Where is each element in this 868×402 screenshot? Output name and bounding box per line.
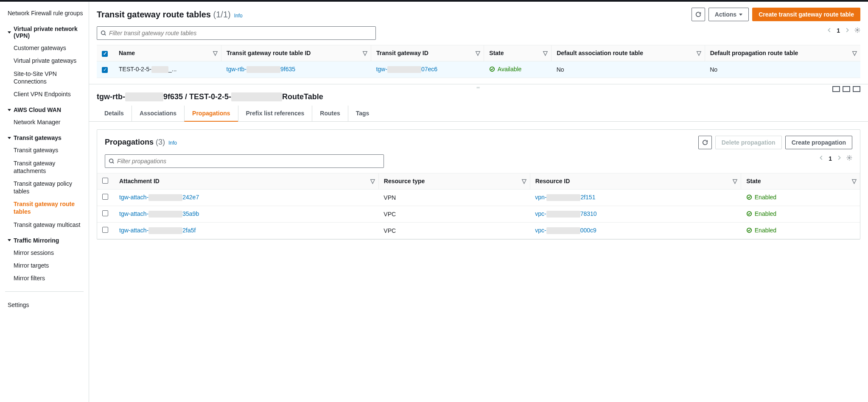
sidebar-item[interactable]: Virtual private gateways: [8, 54, 84, 67]
filter-route-tables[interactable]: [97, 26, 376, 40]
column-header[interactable]: Resource type▽: [378, 173, 530, 189]
svg-point-1: [857, 29, 858, 31]
table-row[interactable]: TEST-0-2-5-xx_... tgw-rtb-xxxx9f635 tgw-…: [97, 61, 860, 78]
prop-settings-gear[interactable]: [846, 155, 852, 162]
sidebar-item[interactable]: Mirror filters: [8, 272, 84, 285]
sidebar-item[interactable]: Mirror targets: [8, 259, 84, 272]
sort-icon: ▽: [852, 50, 857, 56]
tab-details[interactable]: Details: [97, 106, 132, 121]
tab-prefix-list-references[interactable]: Prefix list references: [238, 106, 312, 121]
table-row[interactable]: tgw-attach-xx242e7VPNvpn-xx2f151Enabled: [97, 189, 860, 206]
sidebar-group-1[interactable]: AWS Cloud WAN: [8, 104, 84, 116]
pager: 1: [826, 27, 860, 34]
sort-icon: ▽: [363, 50, 367, 56]
select-all-checkbox[interactable]: [102, 51, 108, 57]
chevron-down-icon: [739, 14, 742, 16]
search-icon: [101, 30, 106, 36]
create-route-table-button[interactable]: Create transit gateway route table: [752, 8, 860, 21]
table-row[interactable]: tgw-attach-xx2fa5fVPCvpc-xx000c9Enabled: [97, 222, 860, 239]
row-checkbox[interactable]: [102, 67, 108, 73]
filter-input[interactable]: [109, 30, 372, 36]
page-title: Transit gateway route tables (1/1): [97, 10, 231, 20]
svg-point-3: [109, 159, 113, 162]
sidebar-item[interactable]: Transit gateways: [8, 144, 84, 156]
sort-icon: ▽: [476, 50, 480, 56]
sidebar: Network Firewall rule groups Virtual pri…: [0, 2, 89, 402]
pane-splitter[interactable]: ═: [89, 84, 868, 91]
column-header[interactable]: Transit gateway ID▽: [371, 45, 484, 61]
sidebar-item-nfrg[interactable]: Network Firewall rule groups: [8, 7, 84, 20]
sidebar-item[interactable]: Site-to-Site VPN Connections: [8, 67, 84, 88]
sidebar-item[interactable]: Transit gateway attachments: [8, 157, 84, 177]
propagations-info[interactable]: Info: [168, 140, 177, 146]
detail-title: tgw-rtb-xx9f635 / TEST-0-2-5-xxRouteTabl…: [89, 91, 868, 106]
filter-propagations[interactable]: [105, 154, 384, 168]
select-all-propagations[interactable]: [102, 178, 108, 184]
panel-layout-bottom[interactable]: [832, 86, 840, 92]
sidebar-item[interactable]: Client VPN Endpoints: [8, 88, 84, 100]
sort-icon: ▽: [733, 178, 737, 184]
row-checkbox[interactable]: [102, 210, 108, 216]
refresh-propagations[interactable]: [698, 136, 712, 149]
caret-down-icon: [8, 31, 11, 34]
status-enabled: Enabled: [746, 194, 776, 201]
tab-propagations[interactable]: Propagations: [184, 106, 238, 122]
sidebar-item[interactable]: Network Manager: [8, 116, 84, 128]
column-header[interactable]: State▽: [741, 173, 860, 189]
sidebar-item[interactable]: Transit gateway policy tables: [8, 177, 84, 198]
info-link[interactable]: Info: [234, 13, 243, 19]
refresh-button[interactable]: [692, 8, 705, 21]
column-header[interactable]: Default association route table▽: [552, 45, 705, 61]
sort-icon: ▽: [697, 50, 701, 56]
column-header[interactable]: Resource ID▽: [530, 173, 741, 189]
delete-propagation-button: Delete propagation: [715, 136, 782, 149]
sidebar-group-2[interactable]: Transit gateways: [8, 132, 84, 144]
sort-icon: ▽: [543, 50, 548, 56]
propagations-table: Attachment ID▽Resource type▽Resource ID▽…: [97, 173, 860, 239]
column-header[interactable]: Name▽: [114, 45, 221, 61]
sidebar-item-settings[interactable]: Settings: [8, 299, 84, 311]
row-checkbox[interactable]: [102, 227, 108, 233]
status-enabled: Enabled: [746, 227, 776, 234]
column-header[interactable]: State▽: [484, 45, 552, 61]
prop-page-prev[interactable]: [818, 155, 824, 162]
route-tables-table: Name▽Transit gateway route table ID▽Tran…: [97, 45, 860, 78]
column-header[interactable]: Transit gateway route table ID▽: [221, 45, 371, 61]
sort-icon: ▽: [370, 178, 375, 184]
page-next[interactable]: [844, 27, 850, 34]
page-prev[interactable]: [826, 27, 832, 34]
search-icon: [109, 158, 115, 164]
panel-layout-full[interactable]: [853, 86, 860, 92]
sidebar-group-3[interactable]: Traffic Mirroring: [8, 234, 84, 246]
prop-page-next[interactable]: [836, 155, 842, 162]
panel-layout-split[interactable]: [843, 86, 850, 92]
column-header[interactable]: Default propagation route table▽: [705, 45, 860, 61]
sidebar-item[interactable]: Mirror sessions: [8, 246, 84, 259]
status-enabled: Enabled: [746, 210, 776, 217]
sidebar-item[interactable]: Transit gateway route tables: [8, 198, 84, 218]
sidebar-item[interactable]: Transit gateway multicast: [8, 218, 84, 231]
svg-point-0: [101, 31, 105, 35]
row-checkbox[interactable]: [102, 194, 108, 200]
table-row[interactable]: tgw-attach-xx35a9bVPCvpc-xx78310Enabled: [97, 206, 860, 222]
create-propagation-button[interactable]: Create propagation: [785, 136, 852, 149]
column-header[interactable]: Attachment ID▽: [114, 173, 378, 189]
actions-button[interactable]: Actions: [708, 8, 749, 21]
sidebar-group-0[interactable]: Virtual private network (VPN): [8, 23, 84, 42]
settings-gear[interactable]: [854, 27, 860, 34]
caret-down-icon: [8, 239, 11, 241]
caret-down-icon: [8, 137, 11, 139]
svg-point-4: [848, 157, 850, 159]
sidebar-item[interactable]: Customer gateways: [8, 42, 84, 54]
sort-icon: ▽: [852, 178, 857, 184]
propagations-title: Propagations (3): [105, 138, 165, 147]
filter-propagations-input[interactable]: [117, 158, 380, 165]
tab-routes[interactable]: Routes: [312, 106, 347, 121]
caret-down-icon: [8, 109, 11, 111]
detail-tabs: DetailsAssociationsPropagationsPrefix li…: [89, 106, 868, 122]
tab-associations[interactable]: Associations: [132, 106, 184, 121]
sort-icon: ▽: [522, 178, 526, 184]
sort-icon: ▽: [213, 50, 218, 56]
tab-tags[interactable]: Tags: [348, 106, 377, 121]
status-available: Available: [489, 66, 522, 73]
